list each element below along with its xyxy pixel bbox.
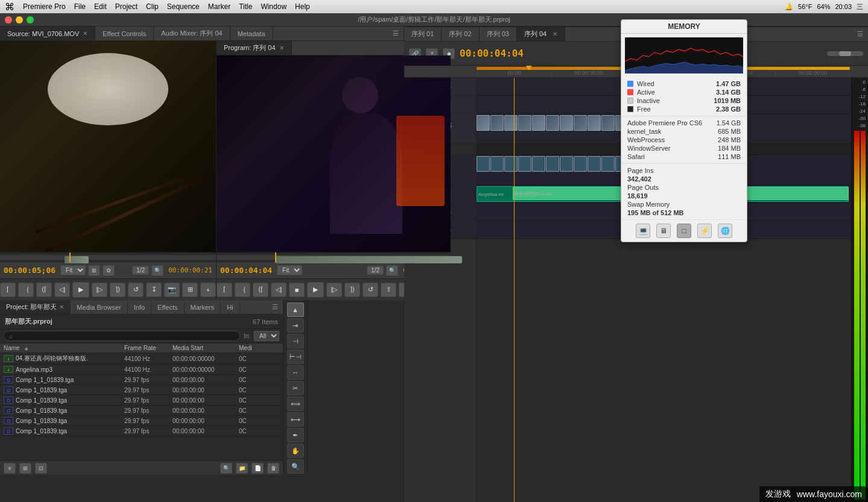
timeline-timecode[interactable]: 00:00:04:04 (460, 48, 524, 59)
tool-rolling[interactable]: ⊢⊣ (287, 350, 304, 364)
source-overwrite[interactable]: ⊞ (182, 283, 198, 297)
col-mediastart-header[interactable]: Media Start (169, 345, 235, 351)
file-row[interactable]: ♪ 04.赛还真-阿轮钢琴独奏版. 44100 Hz 00:00:00:0000… (0, 353, 283, 365)
seq04-close[interactable]: ✕ (553, 31, 557, 37)
tool-pen[interactable]: ✒ (287, 428, 304, 442)
menu-file[interactable]: File (74, 2, 86, 11)
tool-select[interactable]: ▲ (287, 303, 304, 317)
source-zoom-out[interactable]: 🔍 (151, 265, 163, 276)
clip-mv5[interactable] (532, 115, 545, 131)
a1-clip9[interactable] (588, 156, 601, 172)
tool-slide[interactable]: ⟷ (287, 412, 304, 427)
zoom-slider[interactable] (827, 51, 863, 56)
a1-clip4[interactable] (518, 156, 531, 172)
a1-clip5[interactable] (532, 156, 545, 172)
search-input[interactable] (4, 331, 240, 341)
source-step-fwd[interactable]: |▷ (92, 283, 107, 297)
tab-hi[interactable]: Hi (221, 300, 239, 314)
source-tab-close[interactable]: ✕ (83, 30, 87, 37)
tool-rate-stretch[interactable]: ↔ (287, 365, 304, 380)
clip-mv7[interactable] (560, 115, 573, 131)
file-row[interactable]: □ Comp 1_1_01839.tga 29.97 fps 00:00:00:… (0, 375, 283, 385)
footer-icon-disk[interactable]: 🖥 (656, 224, 671, 238)
tab-project[interactable]: Project: 那年那天 ✕ (0, 300, 71, 314)
source-play-btn[interactable]: ▶ (72, 282, 89, 298)
tool-track-select[interactable]: ⇥ (287, 318, 304, 333)
menu-title[interactable]: Title (239, 2, 252, 11)
footer-new-bin[interactable]: 📁 (236, 463, 248, 474)
zoom-thumb[interactable] (839, 51, 851, 56)
file-row[interactable]: ♪ Angelina.mp3 44100 Hz 00:00:00:00000 0… (0, 365, 283, 375)
source-scrubber[interactable] (0, 252, 216, 262)
project-panel-menu[interactable]: ☰ (267, 300, 283, 314)
close-button[interactable] (5, 16, 12, 24)
menu-project[interactable]: Project (115, 2, 138, 11)
menu-edit[interactable]: Edit (94, 2, 107, 11)
tab-audio-mixer[interactable]: Audio Mixer: 序列 04 (154, 27, 230, 40)
menu-clip[interactable]: Clip (146, 2, 159, 11)
file-row[interactable]: □ Comp 1_01839.tga 29.97 fps 00:00:00:00… (0, 416, 283, 426)
footer-new-item[interactable]: 📄 (252, 463, 264, 474)
clip-mv1[interactable] (477, 115, 490, 131)
project-tab-close[interactable]: ✕ (59, 304, 64, 310)
tab-program[interactable]: Program: 序列 04 ✕ (217, 41, 292, 55)
tab-info[interactable]: Info (128, 300, 151, 314)
tab-metadata[interactable]: Metadata (230, 27, 273, 40)
footer-icon-cpu[interactable]: 💻 (636, 224, 650, 238)
source-loop[interactable]: ↺ (128, 283, 144, 297)
clip-mv2[interactable] (490, 115, 504, 131)
a1-clip2[interactable] (490, 156, 504, 172)
prog-lift[interactable]: ⇧ (381, 283, 396, 297)
footer-icon-memory[interactable]: □ (677, 224, 691, 238)
prog-mark-clip[interactable]: ｛ (235, 283, 250, 297)
file-row[interactable]: □ Comp 1_01839.tga 29.97 fps 00:00:00:00… (0, 385, 283, 395)
tab-seq04[interactable]: 序列 04 ✕ (517, 27, 565, 41)
clip-mv4[interactable] (518, 115, 531, 131)
program-timecode[interactable]: 00:00:04:04 (220, 266, 272, 275)
tab-effect-controls[interactable]: Effect Controls (95, 27, 154, 40)
a1-clip6[interactable] (546, 156, 559, 172)
program-tab-close[interactable]: ✕ (279, 45, 284, 51)
col-media-header[interactable]: Medi (235, 345, 265, 351)
program-quality[interactable]: 1/2 (367, 266, 384, 275)
tab-seq01[interactable]: 序列 01 (404, 27, 442, 41)
prog-step-fwd[interactable]: |▷ (326, 283, 342, 297)
clip-mv6[interactable] (546, 115, 559, 131)
source-mark-in[interactable]: ⌈ (0, 283, 16, 297)
tab-effects[interactable]: Effects (151, 300, 184, 314)
source-zoom-btn[interactable]: ⊞ (88, 265, 100, 276)
a1-clip3[interactable] (504, 156, 518, 172)
prog-play-btn[interactable]: ▶ (307, 282, 324, 298)
program-zoom[interactable]: 🔍 (386, 265, 398, 276)
footer-icon-view[interactable]: ⊞ (19, 463, 31, 474)
menu-help[interactable]: Help (295, 2, 310, 11)
source-settings-btn[interactable]: ⚙ (103, 265, 115, 276)
menu-window[interactable]: Window (261, 2, 287, 11)
tool-slip[interactable]: ⟺ (287, 397, 304, 411)
source-go-out[interactable]: ⌉⟩ (110, 283, 125, 297)
a1-clip8[interactable] (574, 156, 587, 172)
footer-icon-energy[interactable]: ⚡ (697, 224, 712, 238)
apple-menu[interactable]: ⌘ (5, 1, 14, 13)
source-step-back[interactable]: ◁| (54, 283, 70, 297)
clip-mv3[interactable] (504, 115, 518, 131)
col-framerate-header[interactable]: Frame Rate (121, 345, 169, 351)
file-row[interactable]: □ Comp 1_01839.tga 29.97 fps 00:00:00:00… (0, 395, 283, 406)
prog-step-back[interactable]: ◁| (271, 283, 287, 297)
program-scrubber[interactable] (217, 252, 451, 262)
tab-source[interactable]: Source: MVI_0706.MOV ✕ (0, 27, 95, 40)
source-timecode[interactable]: 00:00:05;06 (4, 266, 55, 275)
footer-search[interactable]: 🔍 (220, 463, 232, 474)
clip-mv10[interactable] (601, 115, 615, 131)
footer-delete[interactable]: 🗑 (267, 463, 279, 474)
file-row[interactable]: □ Comp 1_01839.tga 29.97 fps 00:00:00:00… (0, 426, 283, 436)
scrubber-thumb[interactable] (65, 256, 89, 263)
source-mark-clip[interactable]: ｛ (18, 283, 34, 297)
source-add[interactable]: + (200, 283, 216, 297)
footer-freeform[interactable]: ⊡ (35, 463, 47, 474)
source-panel-menu[interactable]: ☰ (388, 27, 404, 40)
a1-clip1[interactable] (477, 156, 490, 172)
tool-zoom[interactable]: 🔍 (287, 459, 304, 474)
clip-mv8[interactable] (574, 115, 587, 131)
prog-loop[interactable]: ↺ (363, 283, 378, 297)
